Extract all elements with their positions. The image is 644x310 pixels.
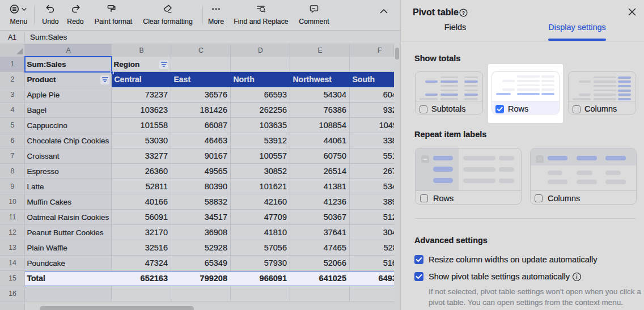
svg-text:?: ? — [462, 10, 465, 16]
